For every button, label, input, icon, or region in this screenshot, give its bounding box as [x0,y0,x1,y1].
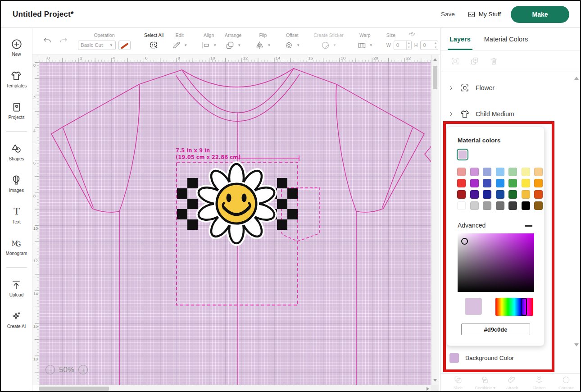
canvas-horizontal-scrollbar[interactable] [39,385,431,392]
select-all-icon[interactable] [149,41,159,50]
chevron-down-icon[interactable]: ▼ [333,43,336,47]
sidebar-item-templates[interactable]: Templates [6,70,27,88]
sidebar-item-new[interactable]: New [11,38,23,57]
zoom-in-button[interactable]: + [78,365,88,374]
color-swatch-17499e[interactable] [496,190,504,199]
chevron-right-icon[interactable] [449,85,454,91]
vscroll-thumb[interactable] [433,66,437,89]
hue-slider[interactable] [495,298,533,316]
panel-scroll-down[interactable] [574,343,579,346]
chevron-right-icon[interactable] [449,111,454,117]
canvas-vertical-scrollbar[interactable] [431,55,439,385]
zoom-out-button[interactable]: − [45,365,55,374]
flip-icon[interactable] [255,41,264,50]
linetype-color-swatch[interactable] [118,41,131,50]
color-swatch-ee3532[interactable] [457,179,466,187]
color-swatch-a72cc8[interactable] [470,179,479,187]
save-button[interactable]: Save [441,11,455,18]
panel-scroll-up[interactable] [574,77,579,80]
color-swatch-717171[interactable] [496,201,504,210]
undo-icon[interactable] [42,36,52,46]
sidebar-item-monogram[interactable]: MGMonogram [6,237,27,256]
sidebar-item-upload[interactable]: Upload [9,279,24,297]
color-swatch-8fc7f5[interactable] [496,168,504,176]
color-swatch-ec9b99[interactable] [457,168,466,176]
color-swatch-3c3c3c[interactable] [508,201,517,210]
operation-select[interactable]: Basic Cut▼ [78,41,116,50]
tab-material-colors[interactable]: Material Colors [484,28,528,50]
color-swatch-481697[interactable] [470,190,479,199]
color-swatch-fce53e[interactable] [522,179,530,187]
color-swatch-f89d0e[interactable] [534,179,543,187]
hex-color-input[interactable] [461,324,530,335]
redo-icon[interactable] [59,36,68,46]
color-swatch-f8f29e[interactable] [522,168,530,176]
color-swatch-99a6db[interactable] [483,168,491,176]
color-swatch-cd94da[interactable] [470,168,479,176]
sidebar-item-images[interactable]: Images [9,174,24,193]
chevron-down-icon[interactable]: ▼ [213,43,217,47]
collapse-icon[interactable] [525,225,532,227]
warp-icon[interactable] [357,41,367,50]
color-swatch-3e4db7[interactable] [483,179,491,187]
color-swatch-f3bd3d[interactable] [522,190,530,199]
chevron-down-icon[interactable]: ▼ [237,43,241,47]
tab-layers[interactable]: Layers [449,28,471,50]
contour-button[interactable]: Contour [556,375,576,390]
color-swatch-f8cc8a[interactable] [534,168,543,176]
layer-row-flower[interactable]: Flower [440,77,581,99]
attach-button[interactable]: Attach [502,375,522,390]
color-swatch-8b5e14[interactable] [534,201,543,210]
scroll-up-arrow[interactable] [433,58,437,61]
combine-button[interactable]: Combine ▾ [475,375,495,390]
color-swatch-1b6b29[interactable] [508,190,517,199]
flatten-button[interactable]: Flatten [529,375,549,390]
height-input[interactable]: 0 ▲▼ [420,41,438,50]
group-icon[interactable] [450,56,460,66]
selected-material-swatch[interactable] [457,149,468,160]
sidebar-item-shapes[interactable]: Shapes [9,143,24,161]
layer-row-child-medium[interactable]: Child Medium [440,103,581,125]
my-stuff-button[interactable]: My Stuff [468,10,501,18]
width-stepper[interactable]: ▲▼ [406,41,411,50]
offset-icon[interactable] [284,41,294,50]
arrange-icon[interactable] [225,41,235,50]
chevron-down-icon[interactable]: ▼ [296,43,300,47]
color-swatch-dc4e13[interactable] [534,190,543,199]
picker-ring[interactable] [461,238,468,245]
saturation-brightness-picker[interactable] [458,233,534,292]
chevron-down-icon[interactable]: ▼ [184,43,187,47]
scroll-down-arrow[interactable] [433,379,437,382]
lock-open-icon[interactable] [408,31,417,38]
delete-icon[interactable] [489,56,499,66]
sidebar-item-projects[interactable]: Projects [8,101,24,120]
hscroll-thumb[interactable] [39,387,109,391]
color-swatch-000000[interactable] [522,201,530,210]
sticker-icon[interactable] [321,41,330,50]
color-swatch-1d2399[interactable] [483,190,491,199]
make-button[interactable]: Make [511,6,569,23]
slice-button[interactable]: Slice [448,375,468,390]
sidebar-item-create-ai[interactable]: Create AI [7,310,26,329]
color-swatch-48a94c[interactable] [508,179,517,187]
color-swatch-9f9f9f[interactable] [483,201,491,210]
color-swatch-a4d4a6[interactable] [508,168,517,176]
scroll-right-arrow[interactable] [427,387,429,391]
background-color-swatch[interactable] [449,353,459,363]
chevron-down-icon[interactable]: ▼ [369,43,373,47]
color-swatch-ffffff[interactable] [457,201,466,210]
pencil-icon[interactable] [172,41,181,50]
height-stepper[interactable]: ▲▼ [433,41,438,50]
width-input[interactable]: 0 ▲▼ [394,41,412,50]
hue-slider-thumb[interactable] [521,298,527,316]
design-canvas[interactable]: 7.5 in x 9 in (19.05 cm x 22.86 cm) − 50… [39,62,431,385]
color-swatch-2591ef[interactable] [496,179,504,187]
color-swatch-cecece[interactable] [470,201,479,210]
work-area: Operation Basic Cut▼ Select All Edit ▼ A [32,28,440,392]
duplicate-icon[interactable] [470,56,479,66]
background-color-row[interactable]: Background Color [449,353,514,363]
color-swatch-a91c1e[interactable] [457,190,466,199]
align-icon[interactable] [201,41,210,50]
chevron-down-icon[interactable]: ▼ [267,43,271,47]
sidebar-item-text[interactable]: TText [11,206,23,224]
